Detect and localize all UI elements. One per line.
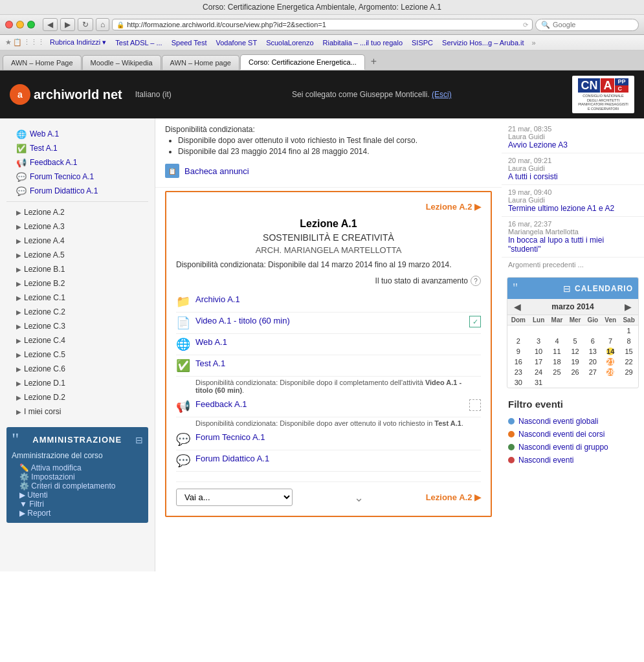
back-button[interactable]: ◀ [43, 18, 58, 31]
cal-day[interactable]: 14 [601, 346, 619, 357]
bookmarks-more[interactable]: » [532, 39, 536, 47]
sidebar-link-feedback-a1[interactable]: Feedback A.1 [30, 158, 77, 167]
bookmark-riabitalia[interactable]: Riabitalia – ...il tuo regalo [319, 38, 407, 48]
cal-day[interactable]: 2 [507, 336, 529, 346]
logout-link[interactable]: (Esci) [432, 90, 452, 99]
cal-day[interactable]: 17 [529, 357, 548, 367]
cal-day[interactable]: 31 [529, 377, 548, 388]
sidebar-group-lezione-c6[interactable]: ▶Lezione C.6 [6, 362, 148, 376]
cal-day[interactable]: 25 [548, 367, 566, 377]
bookmark-vodafone[interactable]: Vodafone ST [212, 38, 261, 48]
sidebar-group-lezione-c3[interactable]: ▶Lezione C.3 [6, 319, 148, 333]
bookmark-speedtest[interactable]: Speed Test [168, 38, 211, 48]
cal-next-btn[interactable]: ▶ [622, 302, 634, 312]
cal-day[interactable]: 22 [619, 357, 638, 367]
tab-corso[interactable]: Corso: Certificazione Energetica... [240, 54, 365, 70]
news-title-4[interactable]: In bocca al lupo a tutti i miei "student… [508, 236, 638, 254]
sidebar-item-feedback-a1[interactable]: 📢 Feedback A.1 [6, 155, 148, 170]
filter-corsi[interactable]: Nascondi eventi dei corsi [508, 428, 638, 441]
tab-awn-home2[interactable]: AWN – Home page [162, 55, 239, 70]
cal-day[interactable]: 12 [566, 346, 584, 357]
admin-link-utenti[interactable]: ▶ Utenti [12, 491, 143, 500]
sidebar-link-lezione-a5[interactable]: Lezione A.5 [24, 250, 65, 259]
cal-day[interactable]: 5 [566, 336, 584, 346]
nav-next-bottom[interactable]: Lezione A.2 ▶ [426, 492, 481, 502]
sidebar-group-lezione-b1[interactable]: ▶Lezione B.1 [6, 262, 148, 276]
new-tab-button[interactable]: + [366, 53, 382, 70]
cal-day[interactable]: 11 [548, 346, 566, 357]
cal-day[interactable]: 16 [507, 357, 529, 367]
sidebar-link-lezione-b1[interactable]: Lezione B.1 [24, 265, 65, 274]
sidebar-group-lezione-c4[interactable]: ▶Lezione C.4 [6, 333, 148, 348]
admin-link-filtri[interactable]: ▼ Filtri [12, 500, 143, 509]
activity-forum-didattico-link[interactable]: Forum Didattico A.1 [195, 454, 481, 463]
sidebar-group-miei-corsi[interactable]: ▶I miei corsi [6, 404, 148, 419]
maximize-button[interactable] [27, 21, 35, 28]
cal-day[interactable]: 6 [584, 336, 602, 346]
sidebar-group-lezione-b2[interactable]: ▶Lezione B.2 [6, 276, 148, 291]
search-input[interactable] [553, 21, 617, 28]
sidebar-link-forum-tecnico-a1[interactable]: Forum Tecnico A.1 [30, 172, 94, 181]
sidebar-group-lezione-c2[interactable]: ▶Lezione C.2 [6, 305, 148, 319]
activity-web-link[interactable]: Web A.1 [195, 337, 481, 347]
sidebar-link-lezione-c1[interactable]: Lezione C.1 [24, 293, 65, 302]
sidebar-group-lezione-c5[interactable]: ▶Lezione C.5 [6, 348, 148, 362]
bookmark-scuola[interactable]: ScuolaLorenzo [262, 38, 317, 48]
tab-moodle[interactable]: Moodle – Wikipedia [82, 55, 161, 70]
sidebar-item-test-a1[interactable]: ✅ Test A.1 [6, 141, 148, 155]
cal-day[interactable]: 23 [507, 367, 529, 377]
sidebar-link-forum-didattico-a1[interactable]: Forum Didattico A.1 [30, 186, 98, 195]
sidebar-group-lezione-d1[interactable]: ▶Lezione D.1 [6, 376, 148, 390]
cal-day[interactable]: 10 [529, 346, 548, 357]
cal-day[interactable]: 30 [507, 377, 529, 388]
sidebar-link-lezione-c5[interactable]: Lezione C.5 [24, 350, 65, 359]
nav-next-top[interactable]: Lezione A.2 ▶ [426, 202, 481, 212]
activity-feedback-link[interactable]: Feedback A.1 [195, 399, 464, 409]
news-title-1[interactable]: Avvio Lezione A3 [508, 140, 638, 149]
filter-global[interactable]: Nascondi eventi globali [508, 415, 638, 428]
sidebar-item-forum-didattico-a1[interactable]: 💬 Forum Didattico A.1 [6, 184, 148, 198]
admin-link-report[interactable]: ▶ Report [12, 509, 143, 518]
sidebar-group-lezione-a3[interactable]: ▶Lezione A.3 [6, 219, 148, 234]
progress-help-icon[interactable]: ? [471, 276, 481, 286]
bookmark-adsl[interactable]: Test ADSL – ... [111, 38, 166, 48]
activity-forum-tecnico-link[interactable]: Forum Tecnico A.1 [195, 432, 481, 442]
lang-selector[interactable]: Italiano (it) [135, 90, 172, 99]
sidebar-link-lezione-c4[interactable]: Lezione C.4 [24, 336, 65, 345]
news-title-3[interactable]: Termine ultimo lezione A1 e A2 [508, 204, 638, 213]
search-bar[interactable]: 🔍 [535, 19, 639, 31]
filter-gruppo[interactable]: Nascondi eventi di gruppo [508, 441, 638, 454]
cal-day[interactable]: 28 [601, 367, 619, 377]
sidebar-link-miei-corsi[interactable]: I miei corsi [24, 407, 61, 416]
sidebar-link-web-a1[interactable]: Web A.1 [30, 129, 59, 138]
sidebar-link-lezione-b2[interactable]: Lezione B.2 [24, 279, 65, 288]
cal-day[interactable]: 21 [601, 357, 619, 367]
cal-day[interactable]: 4 [548, 336, 566, 346]
admin-link-attiva[interactable]: ✏️ Attiva modifica [12, 463, 143, 472]
cal-day[interactable]: 7 [601, 336, 619, 346]
home-button[interactable]: ⌂ [96, 18, 109, 31]
forward-button[interactable]: ▶ [60, 18, 75, 31]
address-bar[interactable]: 🔒 http://formazione.archiworld.it/course… [112, 19, 533, 30]
cal-day[interactable]: 19 [566, 357, 584, 367]
vai-select[interactable]: Vai a... [176, 489, 293, 506]
sidebar-item-web-a1[interactable]: 🌐 Web A.1 [6, 127, 148, 141]
activity-test-link[interactable]: Test A.1 [195, 359, 481, 368]
tab-awn-home[interactable]: AWN – Home Page [3, 55, 82, 70]
bookmark-sispc[interactable]: SISPC [408, 38, 437, 48]
bookmark-rubrica[interactable]: Rubrica Indirizzi ▾ [46, 37, 110, 48]
sidebar-link-lezione-c6[interactable]: Lezione C.6 [24, 364, 65, 373]
cal-day[interactable]: 18 [548, 357, 566, 367]
reload-button[interactable]: ↻ [78, 18, 93, 31]
close-button[interactable] [5, 21, 13, 28]
activity-video-link[interactable]: Video A.1 - titolo (60 min) [195, 316, 464, 325]
admin-link-impostazioni[interactable]: ⚙️ Impostazioni [12, 472, 143, 481]
bacheca-link[interactable]: Bacheca annunci [184, 166, 249, 176]
bookmark-servizio[interactable]: Servizio Hos...g – Aruba.it [438, 38, 528, 48]
sidebar-group-lezione-a5[interactable]: ▶Lezione A.5 [6, 248, 148, 262]
filter-eventi[interactable]: Nascondi eventi [508, 454, 638, 467]
sidebar-link-test-a1[interactable]: Test A.1 [30, 144, 58, 153]
cal-day[interactable]: 15 [619, 346, 638, 357]
bacheca-item[interactable]: 📋 Bacheca annunci [165, 161, 492, 181]
minimize-button[interactable] [16, 21, 24, 28]
